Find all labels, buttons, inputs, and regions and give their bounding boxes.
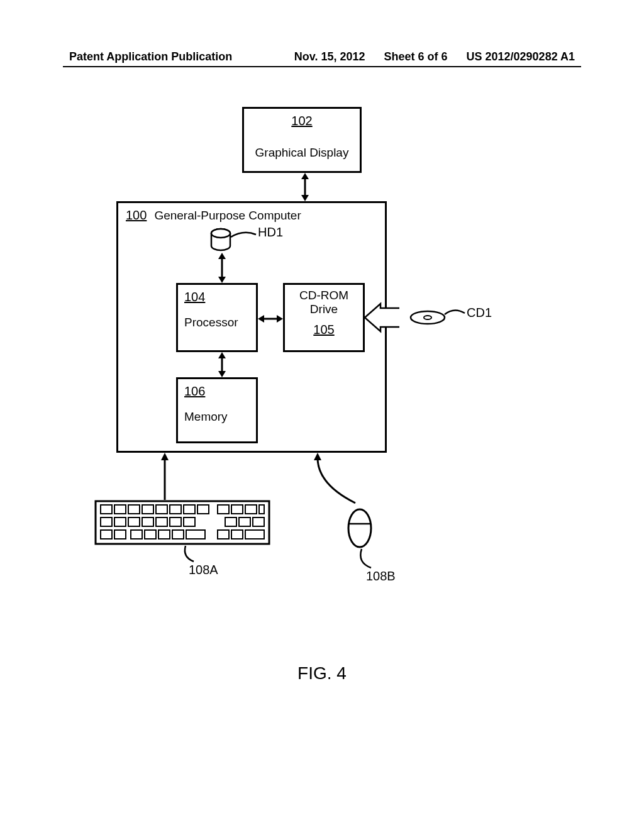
arrow-keyboard-computer xyxy=(158,453,171,500)
svg-point-4 xyxy=(211,229,230,238)
cd-insert-arrow-icon xyxy=(365,302,402,333)
svg-rect-46 xyxy=(158,530,170,539)
svg-rect-26 xyxy=(184,505,195,514)
mouse-ref: 108B xyxy=(366,569,396,584)
svg-rect-35 xyxy=(142,517,153,526)
display-ref: 102 xyxy=(250,114,353,128)
svg-rect-31 xyxy=(259,505,264,514)
svg-rect-33 xyxy=(114,517,126,526)
svg-rect-44 xyxy=(131,530,142,539)
cdrom-ref: 105 xyxy=(291,323,357,337)
mouse-icon xyxy=(346,506,374,550)
cdrom-block: CD-ROM Drive 105 xyxy=(283,283,365,352)
processor-ref: 104 xyxy=(184,290,250,304)
cd-label: CD1 xyxy=(467,306,492,320)
svg-marker-2 xyxy=(301,195,309,201)
header-divider xyxy=(63,66,581,67)
svg-rect-43 xyxy=(114,530,126,539)
svg-rect-47 xyxy=(172,530,184,539)
processor-block: 104 Processor xyxy=(176,283,258,352)
svg-rect-37 xyxy=(170,517,181,526)
svg-marker-10 xyxy=(277,315,283,323)
svg-marker-15 xyxy=(218,371,226,377)
svg-marker-17 xyxy=(161,453,169,460)
svg-rect-36 xyxy=(156,517,167,526)
cdrom-label-top: CD-ROM xyxy=(291,289,357,302)
svg-rect-23 xyxy=(142,505,153,514)
svg-marker-1 xyxy=(301,173,309,179)
svg-point-12 xyxy=(424,316,431,319)
arrow-display-computer xyxy=(299,173,311,201)
svg-rect-51 xyxy=(245,530,264,539)
svg-rect-21 xyxy=(114,505,126,514)
svg-rect-49 xyxy=(218,530,229,539)
svg-rect-50 xyxy=(231,530,243,539)
svg-rect-28 xyxy=(218,505,229,514)
svg-rect-30 xyxy=(245,505,257,514)
arrow-processor-memory xyxy=(216,352,228,377)
keyboard-icon xyxy=(94,500,270,547)
cd-disc-icon xyxy=(409,309,447,326)
svg-rect-34 xyxy=(128,517,140,526)
svg-rect-40 xyxy=(239,517,250,526)
svg-rect-39 xyxy=(225,517,236,526)
memory-ref: 106 xyxy=(184,384,250,399)
processor-label: Processor xyxy=(184,316,250,329)
svg-rect-32 xyxy=(101,517,112,526)
svg-marker-9 xyxy=(258,315,264,323)
keyboard-ref: 108A xyxy=(189,563,218,577)
arrow-processor-cdrom xyxy=(258,313,283,325)
arrow-hd-processor xyxy=(216,253,228,283)
header-sheet: Sheet 6 of 6 xyxy=(384,50,448,64)
computer-label: General-Purpose Computer xyxy=(154,209,301,223)
svg-rect-41 xyxy=(253,517,264,526)
diagram-container: 102 Graphical Display 100 General-Purpos… xyxy=(0,107,644,673)
svg-rect-24 xyxy=(156,505,167,514)
memory-label: Memory xyxy=(184,410,250,424)
header-left: Patent Application Publication xyxy=(69,50,232,64)
display-label: Graphical Display xyxy=(250,146,353,160)
hd-cylinder-icon xyxy=(209,228,232,253)
svg-point-52 xyxy=(348,509,371,547)
svg-rect-25 xyxy=(170,505,181,514)
svg-rect-20 xyxy=(101,505,112,514)
svg-rect-27 xyxy=(197,505,209,514)
graphical-display-block: 102 Graphical Display xyxy=(242,107,362,173)
svg-rect-48 xyxy=(186,530,205,539)
svg-marker-14 xyxy=(218,352,226,358)
hd-label: HD1 xyxy=(258,225,283,240)
memory-block: 106 Memory xyxy=(176,377,258,443)
computer-ref: 100 xyxy=(126,208,147,223)
svg-rect-45 xyxy=(145,530,156,539)
svg-rect-29 xyxy=(231,505,243,514)
svg-rect-22 xyxy=(128,505,140,514)
page-header: Patent Application Publication Nov. 15, … xyxy=(0,50,644,64)
computer-title: 100 General-Purpose Computer xyxy=(126,208,377,223)
header-date: Nov. 15, 2012 xyxy=(294,50,365,64)
header-right: Nov. 15, 2012 Sheet 6 of 6 US 2012/02902… xyxy=(294,50,575,64)
svg-marker-7 xyxy=(218,277,226,283)
cdrom-label-bottom: Drive xyxy=(291,302,357,316)
svg-rect-38 xyxy=(184,517,195,526)
header-pubnum: US 2012/0290282 A1 xyxy=(467,50,575,64)
keyboard-leader-icon xyxy=(182,546,201,565)
svg-rect-42 xyxy=(101,530,112,539)
mouse-leader-icon xyxy=(358,549,377,571)
figure-caption: FIG. 4 xyxy=(0,663,644,683)
svg-marker-6 xyxy=(218,253,226,259)
cd-leader-icon xyxy=(445,308,470,319)
mouse-cable-icon xyxy=(311,453,368,509)
